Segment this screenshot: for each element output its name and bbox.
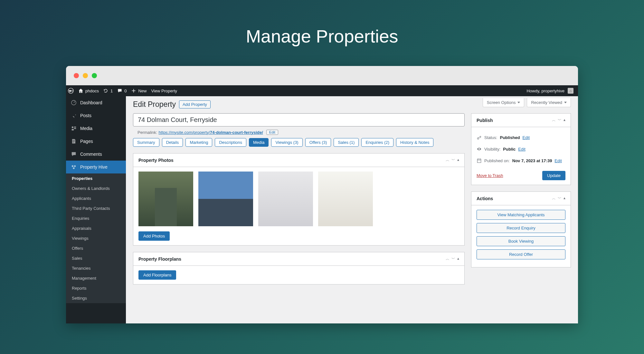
main-content: Screen Options Recently Viewed Edit Prop… [126,96,578,323]
submenu-applicants[interactable]: Applicants [66,193,126,203]
dashboard-icon [71,99,77,106]
tab-enquiries[interactable]: Enquiries (2) [361,138,393,147]
floorplans-title: Property Floorplans [138,256,181,262]
property-photo-4[interactable] [318,172,373,226]
permalink-edit-button[interactable]: Edit [266,130,278,135]
submenu-tenancies[interactable]: Tenancies [66,263,126,273]
submenu-viewings[interactable]: Viewings [66,233,126,243]
updates-link[interactable]: 1 [103,88,113,93]
new-link[interactable]: New [131,88,147,93]
tab-marketing[interactable]: Marketing [185,138,212,147]
tab-summary[interactable]: Summary [133,138,159,147]
tab-offers[interactable]: Offers (3) [305,138,331,147]
collapse-icon[interactable]: ▴ [457,157,459,163]
sidebar-item-comments[interactable]: Comments [66,148,126,161]
record-enquiry-button[interactable]: Record Enquiry [477,223,565,233]
comments-link[interactable]: 0 [117,88,127,93]
submenu-third-party[interactable]: Third Party Contacts [66,203,126,213]
move-down-icon[interactable]: ﹀ [558,196,562,201]
howdy-user[interactable]: Howdy, propertyhive [526,88,564,93]
add-photos-button[interactable]: Add Photos [138,231,170,241]
window-close-icon[interactable] [74,73,79,78]
actions-title: Actions [477,196,493,201]
caret-down-icon [517,102,520,103]
move-up-icon[interactable]: ︿ [552,117,556,123]
tab-sales[interactable]: Sales (1) [334,138,359,147]
key-icon [477,135,482,140]
move-to-trash-link[interactable]: Move to Trash [477,173,503,178]
submenu-settings[interactable]: Settings [66,293,126,303]
property-photo-3[interactable] [258,172,313,226]
submenu-owners[interactable]: Owners & Landlords [66,183,126,193]
actions-metabox: Actions ︿ ﹀ ▴ View Matching Applicants R… [471,191,571,267]
site-link[interactable]: phdocs [78,88,99,93]
move-up-icon[interactable]: ︿ [446,157,450,163]
comment-icon [71,151,77,157]
submenu-reports[interactable]: Reports [66,283,126,293]
move-up-icon[interactable]: ︿ [446,256,450,262]
admin-sidebar: Dashboard Posts Media Pages Comments Pro… [66,96,126,323]
recently-viewed-button[interactable]: Recently Viewed [527,98,571,107]
pin-icon [71,112,77,119]
browser-chrome [66,66,578,85]
status-edit-link[interactable]: Edit [523,135,530,140]
add-floorplans-button[interactable]: Add Floorplans [138,270,176,280]
permalink-link[interactable]: https://mysite.com/property/74-dolman-co… [158,130,263,135]
publish-title: Publish [477,118,493,123]
permalink-label: Permalink: [137,130,157,135]
move-down-icon[interactable]: ﹀ [451,157,455,163]
sidebar-item-posts[interactable]: Posts [66,109,126,122]
property-photo-2[interactable] [198,172,253,226]
move-up-icon[interactable]: ︿ [552,196,556,201]
view-matching-applicants-button[interactable]: View Matching Applicants [477,210,565,220]
window-minimize-icon[interactable] [83,73,88,78]
submenu-management[interactable]: Management [66,273,126,283]
eye-icon [477,146,482,152]
add-property-button[interactable]: Add Property [179,100,211,108]
wp-logo-icon[interactable] [68,88,74,94]
tab-descriptions[interactable]: Descriptions [215,138,246,147]
update-button[interactable]: Update [542,171,565,180]
svg-point-5 [73,167,74,169]
page-icon [71,138,77,144]
visibility-edit-link[interactable]: Edit [518,147,525,152]
submenu-properties[interactable]: Properties [66,173,126,183]
property-title-input[interactable] [133,113,465,126]
tab-details[interactable]: Details [162,138,183,147]
tabs-row: Summary Details Marketing Descriptions M… [133,138,465,147]
property-photo-1[interactable] [138,172,193,226]
window-maximize-icon[interactable] [92,73,97,78]
submenu-enquiries[interactable]: Enquiries [66,213,126,223]
move-down-icon[interactable]: ﹀ [451,256,455,262]
collapse-icon[interactable]: ▴ [564,196,565,201]
sidebar-item-media[interactable]: Media [66,122,126,135]
tab-viewings[interactable]: Viewings (3) [271,138,302,147]
svg-point-2 [72,126,73,128]
move-down-icon[interactable]: ﹀ [558,117,562,123]
sidebar-item-property-hive[interactable]: Property Hive [66,161,126,173]
property-photos-metabox: Property Photos ︿ ﹀ ▴ [133,153,465,246]
screen-options-button[interactable]: Screen Options [483,98,525,107]
tab-media[interactable]: Media [249,138,269,147]
submenu-sales[interactable]: Sales [66,253,126,263]
collapse-icon[interactable]: ▴ [457,256,459,262]
published-edit-link[interactable]: Edit [554,158,562,163]
hero-title: Manage Properties [0,0,644,66]
view-property-link[interactable]: View Property [151,88,177,93]
submenu-offers[interactable]: Offers [66,243,126,253]
tab-history[interactable]: History & Notes [396,138,433,147]
sidebar-item-pages[interactable]: Pages [66,135,126,148]
page-heading: Edit Property [133,100,176,109]
sidebar-submenu: Properties Owners & Landlords Applicants… [66,173,126,303]
property-floorplans-metabox: Property Floorplans ︿ ﹀ ▴ Add Floorplans [133,252,465,284]
property-hive-icon [71,164,77,170]
sidebar-item-dashboard[interactable]: Dashboard [66,96,126,109]
collapse-icon[interactable]: ▴ [564,117,565,123]
media-icon [71,125,77,132]
avatar-icon[interactable]: ⌂ [568,88,573,94]
photos-title: Property Photos [138,158,174,163]
record-offer-button[interactable]: Record Offer [477,249,565,259]
book-viewing-button[interactable]: Book Viewing [477,236,565,246]
submenu-appraisals[interactable]: Appraisals [66,223,126,233]
browser-window: phdocs 1 0 New View Property Howdy, prop… [66,66,578,323]
